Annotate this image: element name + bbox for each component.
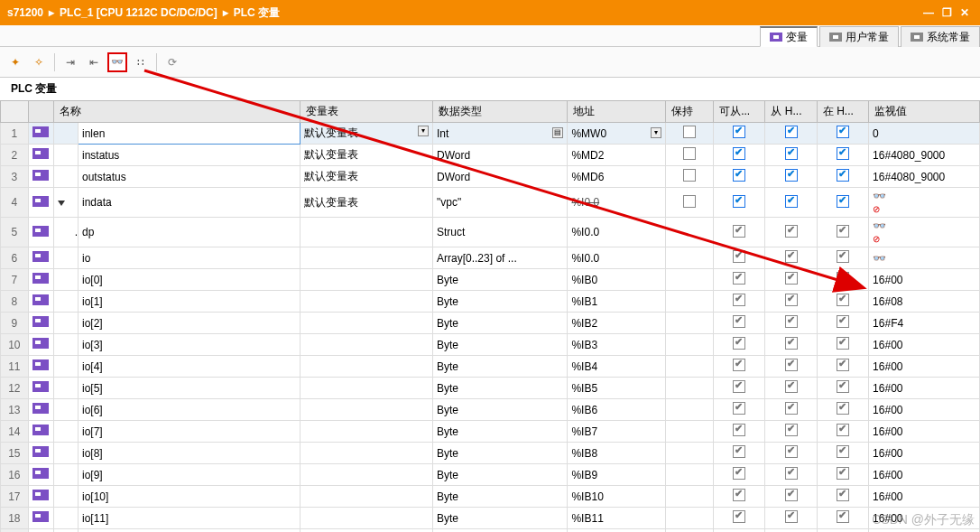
row-number[interactable]: 7: [1, 269, 29, 291]
window-minimize-icon[interactable]: —: [920, 6, 937, 19]
checkbox[interactable]: [837, 489, 849, 501]
col-name[interactable]: 名称: [54, 101, 300, 123]
checkbox[interactable]: [837, 250, 849, 263]
cell-dtype[interactable]: Array[0..23] of ...: [433, 247, 568, 269]
col-fromh[interactable]: 从 H...: [765, 101, 817, 123]
cell-name[interactable]: io[3]: [78, 334, 300, 356]
cell-name[interactable]: io[11]: [78, 508, 300, 529]
cell-dtype[interactable]: Byte: [433, 334, 568, 356]
cell-table[interactable]: [300, 313, 432, 334]
checkbox[interactable]: [785, 195, 798, 208]
col-retain[interactable]: 保持: [665, 101, 713, 123]
cell-name[interactable]: io[2]: [78, 313, 300, 334]
checkbox[interactable]: [785, 510, 798, 523]
cell-table[interactable]: [300, 269, 432, 291]
cell-dtype[interactable]: "vpc": [433, 188, 568, 218]
cell-dtype[interactable]: Byte: [433, 313, 568, 334]
cell-dtype[interactable]: DWord: [433, 145, 568, 166]
table-row[interactable]: 5dpStruct%I0.0👓⊘: [1, 218, 980, 247]
checkbox[interactable]: [785, 467, 798, 480]
cell-table[interactable]: 默认变量表: [300, 188, 432, 218]
col-dtype[interactable]: 数据类型: [433, 101, 568, 123]
row-number[interactable]: 12: [1, 378, 29, 399]
checkbox[interactable]: [785, 250, 798, 263]
table-row[interactable]: 7io[0]Byte%IB016#00: [1, 269, 980, 291]
checkbox[interactable]: [733, 169, 745, 182]
checkbox[interactable]: [733, 337, 745, 350]
cell-table[interactable]: [300, 378, 432, 399]
row-number[interactable]: 6: [1, 247, 29, 269]
checkbox[interactable]: [733, 126, 745, 138]
cell-table[interactable]: [300, 356, 432, 378]
table-row[interactable]: 8io[1]Byte%IB116#08: [1, 291, 980, 313]
checkbox[interactable]: [733, 510, 745, 523]
table-row[interactable]: 15io[8]Byte%IB816#00: [1, 443, 980, 464]
table-row[interactable]: 4indata默认变量表"vpc"%I0.0👓⊘: [1, 188, 980, 218]
cell-dtype[interactable]: Byte: [433, 508, 568, 529]
table-row[interactable]: 9io[2]Byte%IB216#F4: [1, 313, 980, 334]
checkbox[interactable]: [733, 402, 745, 415]
cell-dtype[interactable]: Byte: [433, 269, 568, 291]
checkbox[interactable]: [837, 380, 849, 393]
checkbox[interactable]: [785, 337, 798, 350]
cell-name[interactable]: instatus: [78, 145, 300, 166]
export-icon[interactable]: [60, 52, 80, 72]
checkbox[interactable]: [785, 445, 798, 458]
cell-table[interactable]: 默认变量表▾: [300, 123, 432, 145]
row-number[interactable]: 18: [1, 508, 29, 529]
cell-table[interactable]: [300, 508, 432, 529]
row-number[interactable]: 1: [1, 123, 29, 145]
table-row[interactable]: 18io[11]Byte%IB1116#00: [1, 508, 980, 529]
cell-addr[interactable]: %MW0▾: [568, 123, 666, 145]
breadcrumb-a[interactable]: s71200: [7, 6, 43, 19]
checkbox[interactable]: [733, 195, 745, 208]
cell-addr[interactable]: %IB11: [568, 508, 666, 529]
row-number[interactable]: 11: [1, 356, 29, 378]
checkbox[interactable]: [837, 510, 849, 523]
cell-addr[interactable]: %IB2: [568, 313, 666, 334]
cell-addr[interactable]: %I0.0: [568, 247, 666, 269]
cell-table[interactable]: [300, 529, 432, 533]
cell-name[interactable]: indata: [78, 188, 300, 218]
checkbox[interactable]: [837, 225, 849, 238]
tab-user-constants[interactable]: 用户常量: [819, 26, 899, 47]
cell-name[interactable]: io[9]: [78, 464, 300, 486]
checkbox[interactable]: [733, 272, 745, 285]
row-number[interactable]: 17: [1, 486, 29, 508]
table-row[interactable]: 6ioArray[0..23] of ...%I0.0👓: [1, 247, 980, 269]
checkbox[interactable]: [785, 126, 798, 138]
checkbox[interactable]: [733, 250, 745, 263]
import-icon[interactable]: [84, 52, 104, 72]
cell-name[interactable]: io[7]: [78, 421, 300, 443]
window-close-icon[interactable]: ✕: [957, 6, 973, 19]
cell-table[interactable]: [300, 334, 432, 356]
table-row[interactable]: 1inlen默认变量表▾Int▤%MW0▾0: [1, 123, 980, 145]
cell-name[interactable]: io[5]: [78, 378, 300, 399]
new-tag-icon[interactable]: [5, 52, 25, 72]
checkbox[interactable]: [733, 294, 745, 306]
dropdown-icon[interactable]: ▾: [418, 126, 429, 136]
checkbox[interactable]: [837, 272, 849, 285]
cell-addr[interactable]: %IB7: [568, 421, 666, 443]
checkbox[interactable]: [785, 489, 798, 501]
checkbox[interactable]: [733, 467, 745, 480]
cell-table[interactable]: [300, 247, 432, 269]
table-row[interactable]: 10io[3]Byte%IB316#00: [1, 334, 980, 356]
cell-name[interactable]: io[1]: [78, 291, 300, 313]
cell-addr[interactable]: %IB5: [568, 378, 666, 399]
cell-dtype[interactable]: Byte: [433, 399, 568, 421]
row-number[interactable]: 16: [1, 464, 29, 486]
col-mon[interactable]: 监视值: [869, 101, 980, 123]
cell-table[interactable]: [300, 218, 432, 247]
col-rownum[interactable]: [1, 101, 29, 123]
cell-table[interactable]: 默认变量表: [300, 145, 432, 166]
cell-dtype[interactable]: Byte: [433, 464, 568, 486]
monitor-all-icon[interactable]: [107, 52, 127, 72]
expand-icon[interactable]: [58, 201, 65, 206]
cell-dtype[interactable]: DWord: [433, 166, 568, 188]
table-row[interactable]: 17io[10]Byte%IB1016#00: [1, 486, 980, 508]
window-restore-icon[interactable]: ❐: [938, 6, 955, 19]
cell-table[interactable]: 默认变量表: [300, 166, 432, 188]
cell-name[interactable]: outstatus: [78, 166, 300, 188]
checkbox[interactable]: [733, 424, 745, 436]
